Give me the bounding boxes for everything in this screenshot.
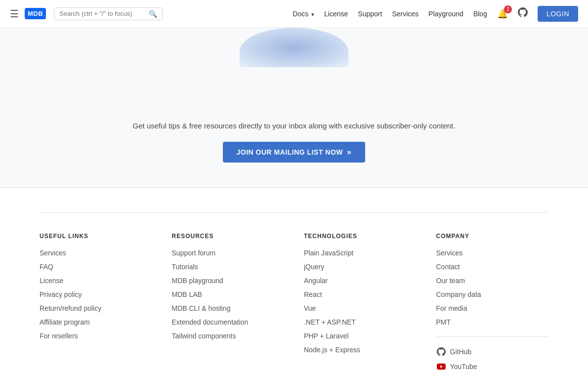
hero-section	[0, 28, 588, 97]
link-privacy[interactable]: Privacy policy	[40, 290, 82, 298]
footer-technologies: TECHNOLOGIES Plain JavaScript jQuery Ang…	[304, 233, 417, 372]
link-media[interactable]: For media	[436, 304, 467, 312]
list-item: MDB CLI & hosting	[172, 304, 285, 313]
list-item: License	[40, 276, 152, 285]
logo[interactable]: MDB	[25, 8, 46, 19]
newsletter-button[interactable]: JOIN OUR MAILING LIST NOW »	[223, 142, 366, 163]
github-icon	[436, 347, 446, 357]
link-tutorials[interactable]: Tutorials	[172, 263, 198, 271]
list-item: MDB playground	[172, 276, 285, 285]
link-js[interactable]: Plain JavaScript	[304, 249, 353, 257]
link-contact[interactable]: Contact	[436, 263, 460, 271]
resources-list: Support forum Tutorials MDB playground M…	[172, 248, 285, 340]
newsletter-arrow: »	[347, 148, 351, 157]
notification-count: 2	[504, 5, 512, 13]
notifications-bell[interactable]: 🔔 2	[497, 8, 508, 19]
github-label: GitHub	[450, 348, 472, 356]
nav-playground[interactable]: Playground	[428, 10, 463, 18]
link-dotnet[interactable]: .NET + ASP.NET	[304, 318, 356, 326]
link-mdblab[interactable]: MDB LAB	[172, 290, 202, 298]
link-our-team[interactable]: Our team	[436, 277, 465, 285]
link-company-services[interactable]: Services	[436, 249, 463, 257]
search-box: 🔍	[54, 7, 163, 20]
youtube-icon	[436, 362, 446, 372]
nav-support[interactable]: Support	[358, 10, 382, 18]
link-vue[interactable]: Vue	[304, 304, 316, 312]
list-item: React	[304, 290, 417, 299]
newsletter-section: Get useful tips & free resources directl…	[0, 97, 588, 188]
link-services[interactable]: Services	[40, 249, 66, 257]
list-item: Affiliate program	[40, 318, 152, 327]
link-affiliate[interactable]: Affiliate program	[40, 318, 90, 326]
link-company-data[interactable]: Company data	[436, 290, 481, 298]
navbar: ☰ MDB 🔍 Docs ▾ License Support Services …	[0, 0, 588, 28]
resources-title: RESOURCES	[172, 233, 285, 240]
link-forum[interactable]: Support forum	[172, 249, 216, 257]
footer-columns: USEFUL LINKS Services FAQ License Privac…	[40, 233, 548, 372]
footer-divider	[40, 212, 548, 213]
list-item: FAQ	[40, 262, 152, 271]
youtube-social-link[interactable]: YouTube	[436, 362, 549, 372]
link-angular[interactable]: Angular	[304, 277, 328, 285]
list-item: Return/refund policy	[40, 304, 152, 313]
link-react[interactable]: React	[304, 290, 322, 298]
nav-blog[interactable]: Blog	[473, 10, 487, 18]
nav-license[interactable]: License	[324, 10, 348, 18]
newsletter-button-label: JOIN OUR MAILING LIST NOW	[237, 148, 343, 156]
list-item: MDB LAB	[172, 290, 285, 299]
list-item: Services	[40, 248, 152, 257]
list-item: Plain JavaScript	[304, 248, 417, 257]
github-nav-icon[interactable]	[518, 7, 528, 20]
github-social-link[interactable]: GitHub	[436, 347, 549, 357]
link-refund[interactable]: Return/refund policy	[40, 304, 101, 312]
list-item: Our team	[436, 276, 549, 285]
link-pmt[interactable]: PMT	[436, 318, 451, 326]
nav-links: Docs ▾ License Support Services Playgrou…	[293, 6, 578, 22]
logo-text: MDB	[25, 8, 46, 19]
list-item: Company data	[436, 290, 549, 299]
link-license[interactable]: License	[40, 277, 63, 285]
footer-company: COMPANY Services Contact Our team Compan…	[436, 233, 549, 372]
link-cli[interactable]: MDB CLI & hosting	[172, 304, 231, 312]
newsletter-text: Get useful tips & free resources directl…	[121, 122, 467, 130]
link-jquery[interactable]: jQuery	[304, 263, 324, 271]
link-resellers[interactable]: For resellers	[40, 332, 78, 340]
company-list: Services Contact Our team Company data F…	[436, 248, 549, 327]
list-item: Angular	[304, 276, 417, 285]
link-node[interactable]: Node.js + Express	[304, 346, 360, 354]
footer-useful-links: USEFUL LINKS Services FAQ License Privac…	[40, 233, 152, 372]
link-tailwind[interactable]: Tailwind components	[172, 332, 236, 340]
link-laravel[interactable]: PHP + Laravel	[304, 332, 348, 340]
hero-graphic	[240, 28, 348, 67]
footer-resources: RESOURCES Support forum Tutorials MDB pl…	[172, 233, 285, 372]
technologies-list: Plain JavaScript jQuery Angular React Vu…	[304, 248, 417, 354]
nav-services[interactable]: Services	[392, 10, 419, 18]
link-playground[interactable]: MDB playground	[172, 277, 223, 285]
link-extended-docs[interactable]: Extended documentation	[172, 318, 249, 326]
company-title: COMPANY	[436, 233, 549, 240]
list-item: Services	[436, 248, 549, 257]
list-item: jQuery	[304, 262, 417, 271]
list-item: Privacy policy	[40, 290, 152, 299]
social-links: GitHub YouTube Facebook	[436, 347, 549, 372]
list-item: Support forum	[172, 248, 285, 257]
youtube-label: YouTube	[450, 363, 477, 371]
login-button[interactable]: LOGIN	[538, 6, 578, 22]
list-item: Vue	[304, 304, 417, 313]
footer: USEFUL LINKS Services FAQ License Privac…	[0, 188, 588, 372]
hamburger-icon[interactable]: ☰	[10, 8, 19, 20]
list-item: Node.js + Express	[304, 345, 417, 354]
list-item: Extended documentation	[172, 318, 285, 327]
social-divider	[436, 336, 549, 337]
list-item: For resellers	[40, 331, 152, 340]
nav-docs[interactable]: Docs ▾	[293, 10, 314, 18]
technologies-title: TECHNOLOGIES	[304, 233, 417, 240]
search-icon[interactable]: 🔍	[149, 10, 157, 18]
search-input[interactable]	[59, 10, 147, 17]
list-item: PMT	[436, 318, 549, 327]
link-faq[interactable]: FAQ	[40, 263, 53, 271]
list-item: .NET + ASP.NET	[304, 318, 417, 327]
list-item: For media	[436, 304, 549, 313]
list-item: Tutorials	[172, 262, 285, 271]
useful-links-title: USEFUL LINKS	[40, 233, 152, 240]
